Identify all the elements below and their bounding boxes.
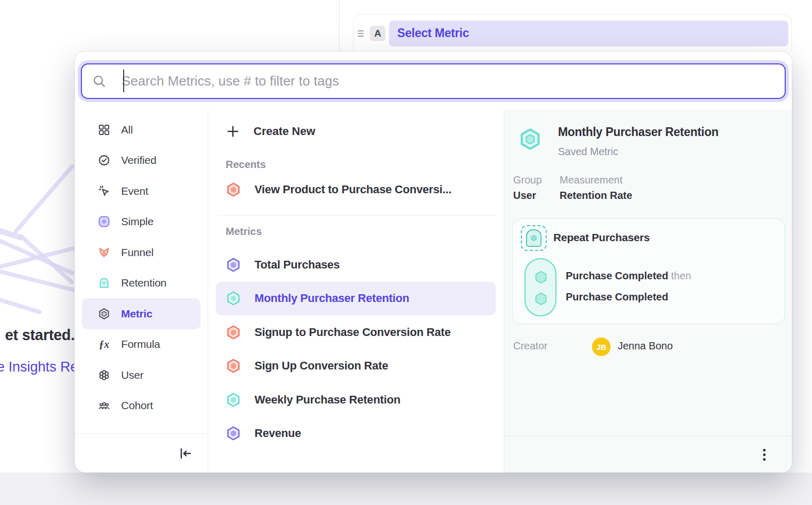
metric-hexagon-icon (226, 426, 241, 441)
text-cursor (123, 70, 124, 92)
funnel-icon (98, 246, 110, 259)
search-icon (92, 74, 106, 88)
step-capsule (525, 258, 556, 316)
sidebar-item-label: Event (121, 185, 148, 197)
step-one-text: Purchase Completed then (566, 270, 691, 282)
select-metric-button[interactable]: Select Metric (389, 21, 788, 46)
measurement-label: Measurement (560, 174, 622, 186)
list-item-signup-to-purchase[interactable]: Signup to Purchase Conversion Rate (216, 315, 496, 349)
metric-row-card: A Select Metric (353, 14, 792, 52)
collapse-sidebar-icon[interactable] (178, 446, 193, 461)
list-item-label: Sign Up Conversion Rate (255, 359, 388, 373)
sidebar-item-event[interactable]: Event (82, 176, 200, 207)
retention-definition-icon (521, 225, 547, 251)
recents-header: Recents (226, 157, 496, 172)
sidebar-item-label: Funnel (121, 246, 154, 259)
list-item-revenue[interactable]: Revenue (216, 417, 496, 451)
list-item-recent[interactable]: View Product to Purchase Conversi... (216, 173, 496, 206)
sidebar-item-label: Formula (121, 338, 160, 350)
plus-icon (226, 125, 240, 138)
group-label: Group (513, 174, 542, 186)
background-link-fragment[interactable]: e Insights Re (0, 359, 78, 375)
sidebar-item-label: Metric (121, 308, 153, 320)
metric-icon (98, 308, 110, 320)
drag-handle-icon[interactable] (358, 29, 366, 38)
step-hexagon-icon (533, 270, 549, 285)
formula-icon: ƒx (98, 338, 110, 350)
detail-subtitle: Saved Metric (558, 146, 618, 158)
metric-list-panel: Create New Recents View Product to Purch… (208, 109, 504, 473)
event-icon (98, 185, 110, 197)
verified-icon (98, 154, 110, 166)
detail-footer (504, 435, 792, 473)
sidebar-item-verified[interactable]: Verified (82, 145, 200, 176)
metric-detail-panel: Monthly Purchaser Retention Saved Metric… (504, 109, 792, 473)
search-input[interactable] (122, 73, 774, 89)
sidebar-item-label: User (121, 369, 144, 381)
list-item-label: Weekly Purchase Retention (255, 393, 400, 407)
metrics-header: Metrics (226, 224, 496, 239)
sidebar-item-funnel[interactable]: Funnel (82, 237, 200, 268)
funnel-metric-icon (226, 182, 241, 197)
category-sidebar: All Verified Event (75, 109, 208, 473)
sidebar-item-metric[interactable]: Metric (82, 298, 200, 329)
sidebar-item-label: All (121, 124, 133, 136)
list-item-label: View Product to Purchase Conversi... (255, 183, 451, 196)
measurement-value: Retention Rate (560, 190, 632, 201)
list-item-label: Signup to Purchase Conversion Rate (255, 326, 451, 339)
detail-title: Monthly Purchaser Retention (558, 125, 718, 139)
sidebar-item-formula[interactable]: ƒx Formula (82, 329, 200, 360)
sidebar-item-label: Verified (121, 154, 156, 166)
list-item-label: Total Purchases (255, 258, 340, 272)
definition-card-title: Repeat Purchasers (553, 231, 650, 244)
creator-name: Jenna Bono (618, 340, 673, 352)
sidebar-item-retention[interactable]: Retention (82, 268, 200, 299)
metric-letter-badge: A (370, 26, 385, 41)
create-new-label: Create New (253, 125, 315, 138)
sidebar-item-user[interactable]: User (82, 360, 200, 391)
metric-hexagon-icon (226, 392, 241, 408)
metric-hexagon-icon (226, 257, 241, 273)
list-item-monthly-purchaser-retention[interactable]: Monthly Purchaser Retention (216, 282, 496, 316)
step-hexagon-icon (533, 291, 549, 307)
list-item-weekly-purchase-retention[interactable]: Weekly Purchase Retention (216, 383, 496, 417)
metric-definition-card: Repeat Purchasers Purchase Completed the… (512, 218, 785, 324)
sidebar-item-all[interactable]: All (82, 114, 200, 145)
creator-label: Creator (513, 340, 548, 352)
select-metric-label: Select Metric (397, 26, 469, 40)
user-icon (98, 369, 110, 381)
then-connector: then (671, 270, 691, 281)
list-item-label: Revenue (255, 427, 301, 440)
simple-icon (98, 215, 110, 228)
cohort-icon (98, 399, 110, 412)
saved-metric-icon (518, 127, 542, 151)
grid-icon (98, 124, 110, 136)
creator-avatar: JB (592, 338, 611, 356)
metric-hexagon-icon (226, 325, 241, 340)
search-box[interactable] (81, 63, 786, 99)
list-item-label: Monthly Purchaser Retention (255, 292, 409, 305)
sidebar-item-label: Cohort (121, 399, 153, 412)
sidebar-item-label: Retention (121, 277, 166, 289)
step-two-text: Purchase Completed (566, 291, 668, 303)
list-item-total-purchases[interactable]: Total Purchases (216, 248, 496, 282)
background-heading-fragment: et started. (5, 327, 75, 344)
list-divider (217, 215, 496, 215)
list-item-signup-conversion[interactable]: Sign Up Conversion Rate (216, 349, 496, 383)
canvas-bottom-band (0, 473, 812, 505)
sidebar-item-cohort[interactable]: Cohort (82, 391, 200, 422)
sidebar-item-simple[interactable]: Simple (82, 207, 200, 238)
metric-picker-modal: All Verified Event (75, 52, 792, 473)
search-section (75, 52, 792, 109)
sidebar-item-label: Simple (121, 215, 154, 228)
sidebar-footer (75, 433, 208, 473)
group-value: User (513, 190, 536, 201)
retention-icon (98, 277, 110, 289)
more-options-icon[interactable] (757, 447, 771, 462)
metric-hexagon-icon (226, 291, 241, 306)
create-new-button[interactable]: Create New (216, 116, 496, 146)
metric-hexagon-icon (226, 358, 241, 374)
